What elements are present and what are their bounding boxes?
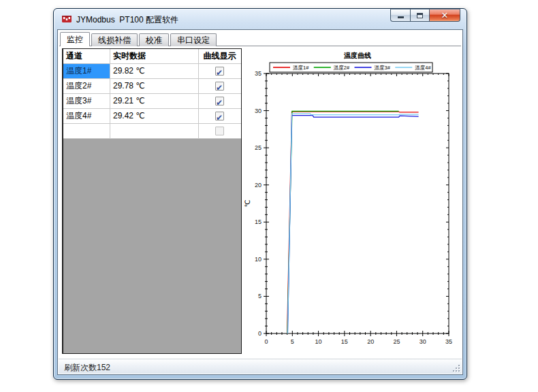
svg-text:20: 20 xyxy=(367,338,374,345)
refresh-count-label: 刷新次数152 xyxy=(64,362,110,374)
tab-calibration[interactable]: 校准 xyxy=(139,33,169,46)
tab-strip: 监控 线损补偿 校准 串口设定 xyxy=(60,32,460,46)
header-realtime: 实时数据 xyxy=(110,49,199,63)
table-row[interactable]: 温度1# 29.82 ℃ xyxy=(63,64,241,79)
channel-table: 通道 实时数据 曲线显示 温度1# 29.82 ℃ 温度2# 29.78 ℃ xyxy=(62,48,242,354)
svg-text:10: 10 xyxy=(255,256,262,263)
temperature-chart: 0055101015152020252530303535温度曲线温度1#温度2#… xyxy=(244,48,458,356)
table-row[interactable]: 温度4# 29.42 ℃ xyxy=(63,109,241,124)
svg-text:25: 25 xyxy=(393,338,400,345)
value-cell: 29.42 ℃ xyxy=(110,109,199,123)
restore-button[interactable] xyxy=(410,9,430,22)
header-curve-display: 曲线显示 xyxy=(199,49,240,63)
desktop-background: JYModbus PT100 配置软件 ✕ 监控 线损补偿 校准 串口设定 通道 xyxy=(0,0,538,392)
window-title: JYModbus PT100 配置软件 xyxy=(76,14,178,26)
value-cell: 29.82 ℃ xyxy=(110,64,199,78)
titlebar[interactable]: JYModbus PT100 配置软件 ✕ xyxy=(54,9,466,29)
svg-text:温度2#: 温度2# xyxy=(334,65,350,71)
minimize-button[interactable] xyxy=(390,9,410,22)
monitor-tab-page: 通道 实时数据 曲线显示 温度1# 29.82 ℃ 温度2# 29.78 ℃ xyxy=(59,46,461,357)
table-header-row: 通道 实时数据 曲线显示 xyxy=(63,49,241,64)
svg-text:温度曲线: 温度曲线 xyxy=(343,52,371,59)
value-cell xyxy=(110,124,199,138)
table-row-empty[interactable] xyxy=(63,124,241,139)
svg-text:0: 0 xyxy=(258,330,262,337)
app-window: JYModbus PT100 配置软件 ✕ 监控 线损补偿 校准 串口设定 通道 xyxy=(53,8,467,380)
svg-text:25: 25 xyxy=(255,144,262,151)
svg-text:0: 0 xyxy=(264,338,268,345)
svg-text:温度4#: 温度4# xyxy=(415,65,431,71)
svg-text:温度1#: 温度1# xyxy=(293,65,309,71)
minimize-icon xyxy=(398,16,404,18)
channel-cell[interactable]: 温度4# xyxy=(63,109,110,123)
curve-checkbox[interactable] xyxy=(215,67,224,76)
svg-text:30: 30 xyxy=(420,338,426,345)
svg-text:15: 15 xyxy=(255,218,262,225)
tab-serial-setup[interactable]: 串口设定 xyxy=(170,33,217,46)
close-icon: ✕ xyxy=(441,10,449,21)
curve-checkbox[interactable] xyxy=(215,97,224,105)
app-icon xyxy=(61,14,72,24)
channel-cell[interactable] xyxy=(63,124,110,138)
table-row[interactable]: 温度2# 29.78 ℃ xyxy=(63,79,241,94)
client-area: 监控 线损补偿 校准 串口设定 通道 实时数据 曲线显示 温度1# 29.82 … xyxy=(57,29,463,375)
svg-text:30: 30 xyxy=(255,108,262,114)
status-bar: 刷新次数152 xyxy=(59,359,462,374)
value-cell: 29.78 ℃ xyxy=(110,79,199,93)
close-button[interactable]: ✕ xyxy=(430,9,460,22)
svg-text:35: 35 xyxy=(445,338,452,345)
curve-checkbox[interactable] xyxy=(215,112,224,120)
value-cell: 29.21 ℃ xyxy=(110,94,199,108)
svg-text:10: 10 xyxy=(315,338,322,345)
curve-checkbox[interactable] xyxy=(215,127,224,135)
header-channel: 通道 xyxy=(63,49,110,63)
channel-cell[interactable]: 温度1# xyxy=(63,64,110,78)
resize-grip[interactable] xyxy=(452,363,460,372)
svg-text:温度3#: 温度3# xyxy=(375,65,391,71)
svg-text:5: 5 xyxy=(291,338,294,345)
table-row[interactable]: 温度3# 29.21 ℃ xyxy=(63,94,241,109)
svg-text:20: 20 xyxy=(255,182,262,189)
restore-icon xyxy=(417,13,423,18)
svg-text:35: 35 xyxy=(255,70,262,77)
svg-text:5: 5 xyxy=(258,293,262,299)
caption-buttons: ✕ xyxy=(390,9,460,22)
svg-text:℃: ℃ xyxy=(244,199,251,207)
curve-checkbox[interactable] xyxy=(215,82,224,91)
chart-panel: 0055101015152020252530303535温度曲线温度1#温度2#… xyxy=(244,48,458,356)
tab-monitor[interactable]: 监控 xyxy=(60,32,90,46)
channel-cell[interactable]: 温度2# xyxy=(63,79,110,93)
tab-line-loss[interactable]: 线损补偿 xyxy=(91,33,138,46)
svg-text:15: 15 xyxy=(341,338,348,345)
channel-cell[interactable]: 温度3# xyxy=(63,94,110,108)
